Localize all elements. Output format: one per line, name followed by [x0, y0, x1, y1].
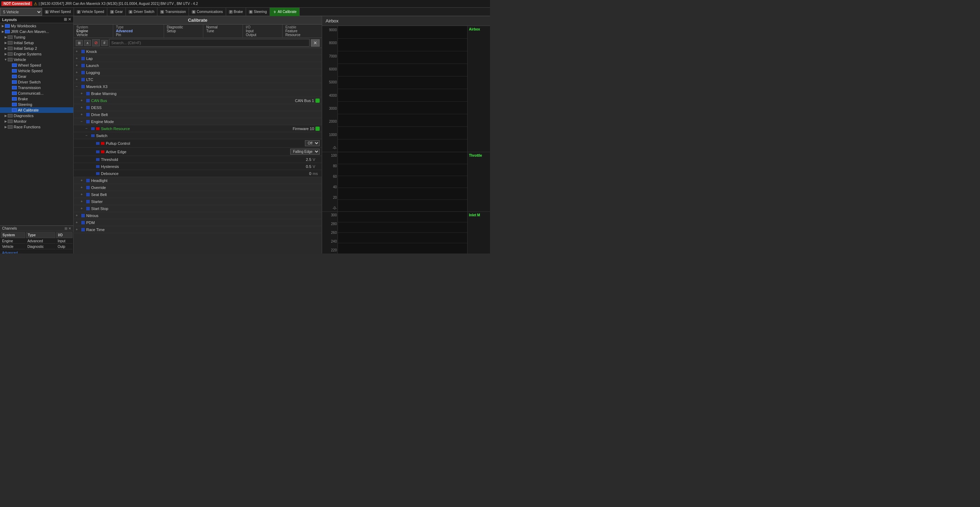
- cal-item-logging[interactable]: + Logging: [73, 69, 322, 76]
- cal-item-hysteresis[interactable]: Hysteresis 0.5 V: [73, 163, 322, 170]
- sidebar-item-race-functions[interactable]: ▶ Race Functions: [0, 124, 73, 130]
- toolbar-up-btn[interactable]: ∧: [84, 40, 91, 46]
- inlet-300: 300: [331, 213, 337, 217]
- switch-resource-indicator: [315, 127, 320, 131]
- sidebar-item-my-workbooks[interactable]: ▶ My Workbooks: [0, 23, 73, 29]
- y-axis-4000: 4000: [329, 94, 337, 97]
- cal-item-switch-resource[interactable]: − Switch Resource Firmware 10: [73, 125, 322, 132]
- tab-wheel-speed[interactable]: 1Wheel Speed: [42, 8, 74, 16]
- y-axis-5000: 5000: [329, 80, 337, 84]
- cal-item-active-edge[interactable]: Active Edge Falling Edge Rising Edge: [73, 148, 322, 156]
- channels-row-2: Vehicle Diagnostic Outp: [1, 244, 73, 249]
- cal-item-ltc[interactable]: + LTC: [73, 76, 322, 83]
- tab-driver-switch[interactable]: 4Driver Switch: [126, 8, 158, 16]
- tab-brake[interactable]: 7Brake: [226, 8, 246, 16]
- y-axis-2000: 2000: [329, 120, 337, 123]
- sidebar-item-brake[interactable]: Brake: [0, 96, 73, 102]
- engine-label: Airbox: [469, 27, 488, 31]
- cal-item-dess[interactable]: + DESS: [73, 104, 322, 111]
- tab-gear[interactable]: 3Gear: [107, 8, 126, 16]
- channels-panel: Channels ⊞ ✕ System Type I/O Engine Adva…: [0, 225, 73, 254]
- channels-title: Channels: [2, 226, 17, 230]
- tab-all-calibrate[interactable]: 9All Calibrate: [270, 8, 300, 16]
- cal-item-pdm[interactable]: + PDM: [73, 219, 322, 226]
- sidebar-item-tuning[interactable]: ▶ Tuning: [0, 34, 73, 40]
- cal-item-switch[interactable]: − Switch: [73, 132, 322, 139]
- tab-vehicle-speed[interactable]: 2Vehicle Speed: [74, 8, 107, 16]
- sidebar-item-initial-setup-2[interactable]: ▶ Initial Setup 2: [0, 46, 73, 51]
- warning-icon: ⚠: [33, 2, 38, 6]
- sidebar-tree: ▶ My Workbooks ▶ JRR Can Am Maven... ▶ T…: [0, 23, 73, 225]
- search-close-btn[interactable]: ✕: [311, 39, 320, 47]
- center-panel: Calibrate System Engine Vehicle Type Adv…: [73, 16, 322, 254]
- channels-col-type: Type: [26, 232, 56, 238]
- sidebar-item-diagnostics[interactable]: ▶ Diagnostics: [0, 113, 73, 118]
- sidebar-item-vehicle[interactable]: ▼ Vehicle: [0, 57, 73, 62]
- inlet-label: Inlet M: [469, 213, 488, 217]
- throttle-60: 60: [333, 175, 337, 179]
- tab-transmission[interactable]: 5Transmission: [158, 8, 189, 16]
- cal-item-nitrous[interactable]: + Nitrous: [73, 212, 322, 219]
- cal-item-start-stop[interactable]: + Start Stop: [73, 205, 322, 212]
- throttle-0: -0-: [332, 206, 337, 210]
- cal-item-knock[interactable]: + Knock: [73, 48, 322, 55]
- y-axis-8000: 8000: [329, 41, 337, 45]
- sidebar: Layouts ⊞ ✕ ▶ My Workbooks ▶ JRR Can Am …: [0, 16, 73, 254]
- cal-item-lap[interactable]: + Lap: [73, 55, 322, 62]
- sidebar-item-initial-setup[interactable]: ▶ Initial Setup: [0, 40, 73, 46]
- pullup-control-dropdown[interactable]: Off On: [305, 140, 320, 146]
- active-edge-dropdown[interactable]: Falling Edge Rising Edge: [290, 149, 320, 155]
- sidebar-item-transmission[interactable]: Transmission: [0, 85, 73, 91]
- cal-item-seat-belt[interactable]: + Seat Belt: [73, 191, 322, 198]
- switch-resource-flag: [96, 127, 100, 130]
- sidebar-item-jrr[interactable]: ▶ JRR Can Am Maven...: [0, 29, 73, 34]
- vehicle-selector[interactable]: 5 Vehicle: [0, 8, 42, 16]
- throttle-20: 20: [333, 196, 337, 199]
- sidebar-item-vehicle-speed[interactable]: Vehicle Speed: [0, 68, 73, 73]
- sidebar-item-all-calibrate[interactable]: All Calibrate: [0, 107, 73, 113]
- cal-item-override[interactable]: + Override: [73, 184, 322, 191]
- cal-item-engine-mode[interactable]: − Engine Mode: [73, 118, 322, 125]
- can-bus-green-indicator: [315, 99, 320, 103]
- channels-col-io: I/O: [56, 232, 73, 238]
- cal-item-race-time[interactable]: + Race Time: [73, 226, 322, 233]
- toolbar-grid-btn[interactable]: ⊞: [76, 40, 83, 46]
- sidebar-item-gear[interactable]: Gear: [0, 73, 73, 79]
- sidebar-item-steering[interactable]: Steering: [0, 102, 73, 107]
- active-edge-flag: [101, 150, 105, 153]
- inlet-240: 240: [331, 239, 337, 243]
- y-axis-9000: 9000: [329, 28, 337, 32]
- tab-steering[interactable]: 8Steering: [246, 8, 270, 16]
- not-connected-button[interactable]: NOT Connected: [2, 2, 32, 6]
- cal-item-drive-belt[interactable]: + Drive Belt: [73, 111, 322, 118]
- airbox-title: Airbox: [322, 16, 490, 26]
- sidebar-item-engine-systems[interactable]: ▶ Engine Systems: [0, 51, 73, 57]
- toolbar-pin-btn[interactable]: #: [101, 40, 108, 46]
- toolbar: ⊞ ∧ ⊘ # ✕: [73, 38, 322, 48]
- nav-bar: 5 Vehicle 1Wheel Speed 2Vehicle Speed 3G…: [0, 8, 490, 16]
- y-axis-0: -0-: [332, 146, 337, 150]
- main-layout: Layouts ⊞ ✕ ▶ My Workbooks ▶ JRR Can Am …: [0, 16, 490, 254]
- sidebar-item-wheel-speed[interactable]: Wheel Speed: [0, 62, 73, 68]
- cal-item-debounce[interactable]: Debounce 0 ms: [73, 170, 322, 177]
- search-input[interactable]: [109, 39, 310, 47]
- y-axis-1000: 1000: [329, 133, 337, 137]
- sidebar-item-monitor[interactable]: ▶ Monitor: [0, 118, 73, 124]
- advanced-link[interactable]: Advanced: [0, 250, 73, 254]
- cal-item-brake-warning[interactable]: + Brake Warning: [73, 90, 322, 97]
- throttle-label: Throttle: [469, 153, 488, 158]
- sidebar-item-communications[interactable]: Communicati...: [0, 91, 73, 96]
- sidebar-item-driver-switch[interactable]: Driver Switch: [0, 79, 73, 85]
- cal-item-threshold[interactable]: Threshold 2.5 V: [73, 156, 322, 163]
- cal-item-pullup-control[interactable]: Pullup Control Off On: [73, 139, 322, 148]
- cal-item-can-bus[interactable]: + CAN Bus CAN Bus 1: [73, 97, 322, 104]
- throttle-80: 80: [333, 164, 337, 168]
- inlet-280: 280: [331, 222, 337, 226]
- toolbar-stop-btn[interactable]: ⊘: [92, 39, 100, 46]
- cal-item-maverick-x3[interactable]: − Maverick X3: [73, 83, 322, 90]
- cal-item-launch[interactable]: + Launch: [73, 62, 322, 69]
- channels-table: System Type I/O Engine Advanced Input Ve…: [0, 231, 73, 250]
- tab-communications[interactable]: 6Communications: [189, 8, 226, 16]
- cal-item-starter[interactable]: + Starter: [73, 198, 322, 205]
- cal-item-headlight[interactable]: + Headlight: [73, 177, 322, 184]
